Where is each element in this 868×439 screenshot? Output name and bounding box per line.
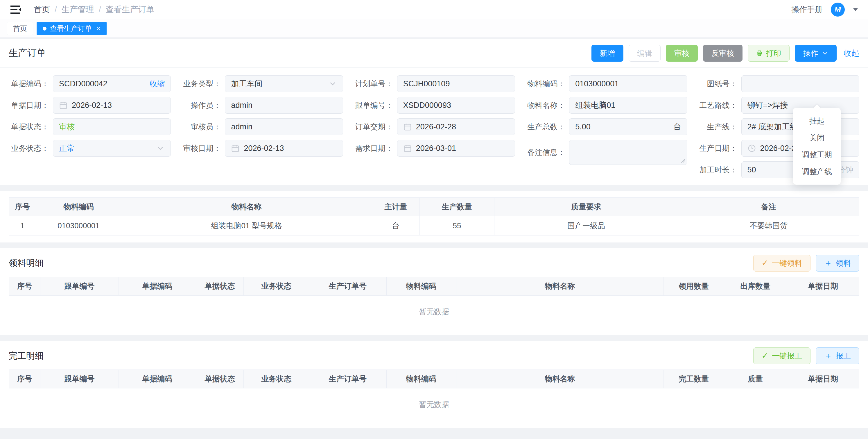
menu-fold-icon[interactable]: [10, 5, 22, 14]
print-label: 打印: [766, 48, 781, 58]
route-label: 工艺路线：: [697, 100, 741, 111]
mat-code-label: 物料编码：: [525, 79, 569, 89]
quick-report-button[interactable]: ✓ 一键报工: [753, 347, 810, 364]
total-qty-label: 生产总数：: [525, 122, 569, 132]
detail-row[interactable]: 1 0103000001 组装电脑01 型号规格 台 55 国产一级品 不要韩国…: [9, 216, 859, 235]
col-out-qty: 出库数量: [724, 277, 787, 296]
mat-name-label: 物料名称：: [525, 100, 569, 111]
cell-mat-name: 组装电脑01 型号规格: [121, 216, 372, 235]
detail-header-row: 序号 物料编码 物料名称 主计量 生产数量 质量要求 备注: [9, 198, 859, 216]
calendar-icon: [59, 101, 68, 110]
empty-text: 暂无数据: [9, 388, 859, 421]
menu-item-adjust-schedule[interactable]: 调整工期: [793, 146, 841, 163]
quick-report-label: 一键报工: [772, 351, 802, 361]
material-title: 领料明细: [9, 257, 43, 269]
report-button[interactable]: ＋ 报工: [816, 347, 859, 364]
menu-item-suspend[interactable]: 挂起: [793, 113, 841, 129]
col-mat-name: 物料名称: [456, 370, 663, 388]
follow-no-field: XSDD000093: [397, 97, 515, 114]
manual-link[interactable]: 操作手册: [791, 4, 823, 15]
quick-pick-label: 一键领料: [772, 258, 802, 268]
order-due-value: 2026-02-28: [416, 122, 509, 131]
check-icon: ✓: [762, 259, 768, 267]
form-col-1: 单据编码： SCDD000042 收缩 单据日期： 2026-02-13: [9, 75, 171, 183]
biz-type-select[interactable]: 加工车间: [225, 75, 343, 92]
order-form: 单据编码： SCDD000042 收缩 单据日期： 2026-02-13: [0, 68, 868, 185]
col-mat-code: 物料编码: [386, 370, 456, 388]
mat-code-value: 0103000001: [575, 79, 681, 88]
breadcrumb-home[interactable]: 首页: [34, 4, 50, 15]
col-qty: 生产数量: [420, 198, 494, 216]
tab-home[interactable]: 首页: [7, 22, 33, 35]
chevron-down-icon: [822, 50, 828, 56]
col-follow-no: 跟单编号: [40, 370, 119, 388]
remark-textarea[interactable]: [569, 140, 687, 165]
tab-view-production-order[interactable]: 查看生产订单 ×: [37, 22, 106, 35]
col-mat-name: 物料名称: [121, 198, 372, 216]
chevron-down-icon: [328, 79, 337, 88]
user-caret-icon[interactable]: [853, 8, 858, 11]
doc-date-field[interactable]: 2026-02-13: [53, 97, 171, 114]
finish-header-row: 序号 跟单编号 单据编码 单据状态 业务状态 生产订单号 物料编码 物料名称 完…: [9, 370, 859, 388]
breadcrumb-production[interactable]: 生产管理: [62, 4, 94, 15]
breadcrumb-separator: /: [99, 5, 101, 14]
material-empty-row: 暂无数据: [9, 296, 859, 328]
shrink-link[interactable]: 收缩: [150, 79, 165, 89]
finish-empty-row: 暂无数据: [9, 388, 859, 421]
tab-close-icon[interactable]: ×: [96, 24, 100, 33]
edit-button: 编辑: [629, 45, 660, 62]
col-seq: 序号: [9, 198, 36, 216]
check-icon: ✓: [762, 352, 768, 360]
clock-icon: [747, 144, 756, 153]
quick-pick-button[interactable]: ✓ 一键领料: [753, 255, 810, 271]
drawing-no-label: 图纸号：: [697, 79, 741, 89]
pick-button[interactable]: ＋ 领料: [816, 255, 859, 271]
operations-menu: 挂起 关闭 调整工期 调整产线: [793, 108, 841, 185]
drawing-no-field: [741, 75, 859, 92]
biz-status-select[interactable]: 正常: [53, 140, 171, 157]
order-card: 生产订单 新增 编辑 审核 反审核 打印 操作: [0, 39, 868, 185]
menu-item-adjust-line[interactable]: 调整产线: [793, 163, 841, 180]
col-seq: 序号: [9, 277, 40, 296]
order-due-field[interactable]: 2026-02-28: [397, 118, 515, 135]
calendar-icon: [403, 122, 412, 131]
print-button[interactable]: 打印: [748, 45, 789, 62]
collapse-link[interactable]: 收起: [844, 48, 859, 58]
need-date-value: 2026-03-01: [416, 144, 509, 153]
report-label: 报工: [836, 351, 851, 361]
cell-qty: 55: [420, 216, 494, 235]
col-doc-status: 单据状态: [196, 370, 243, 388]
form-col-4: 物料编码： 0103000001 物料名称： 组装电脑01 生产总数： 5.00: [525, 75, 687, 183]
unaudit-button[interactable]: 反审核: [703, 45, 743, 62]
cell-unit: 台: [372, 216, 420, 235]
col-seq: 序号: [9, 370, 40, 388]
need-date-field[interactable]: 2026-03-01: [397, 140, 515, 157]
biz-type-value: 加工车间: [231, 79, 324, 89]
tab-bar: 首页 查看生产订单 ×: [0, 19, 868, 38]
col-pick-qty: 领用数量: [663, 277, 724, 296]
col-biz-status: 业务状态: [243, 370, 309, 388]
resize-grip-icon[interactable]: [681, 158, 685, 163]
mat-code-field: 0103000001: [569, 75, 687, 92]
col-mat-code: 物料编码: [386, 277, 456, 296]
doc-date-label: 单据日期：: [9, 100, 53, 111]
chevron-down-icon: [156, 144, 165, 153]
auditor-label: 审核员：: [181, 122, 225, 132]
need-date-label: 需求日期：: [353, 143, 397, 153]
auditor-value: admin: [231, 122, 337, 131]
operations-button[interactable]: 操作: [795, 45, 837, 62]
printer-icon: [756, 50, 763, 56]
add-button[interactable]: 新增: [591, 45, 623, 62]
doc-code-field[interactable]: SCDD000042 收缩: [53, 75, 171, 92]
doc-code-label: 单据编码：: [9, 79, 53, 89]
avatar[interactable]: M: [831, 3, 845, 17]
plus-icon: ＋: [824, 259, 832, 267]
audit-date-field[interactable]: 2026-02-13: [225, 140, 343, 157]
col-mat-code: 物料编码: [36, 198, 121, 216]
col-biz-status: 业务状态: [243, 277, 309, 296]
toolbar: 新增 编辑 审核 反审核 打印 操作 收起: [591, 45, 859, 62]
detail-table-card: 序号 物料编码 物料名称 主计量 生产数量 质量要求 备注 1 01030000…: [0, 191, 868, 242]
menu-item-close[interactable]: 关闭: [793, 129, 841, 146]
tab-home-label: 首页: [13, 24, 27, 33]
col-doc-date: 单据日期: [787, 277, 859, 296]
